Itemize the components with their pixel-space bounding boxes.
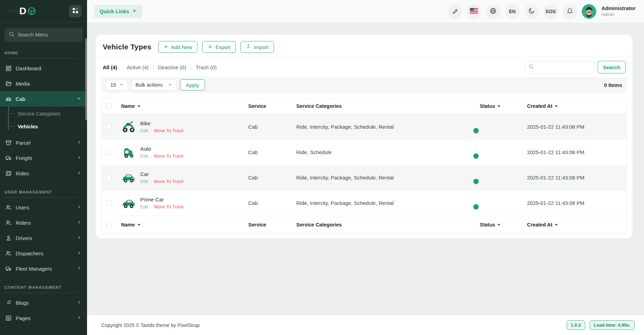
- chevron-down-icon: [77, 96, 81, 102]
- sidebar-item-freight[interactable]: Freight: [0, 150, 87, 166]
- sort-desc-icon: [497, 224, 500, 226]
- table-search-box[interactable]: [525, 61, 594, 73]
- created-cell: 2025-01-22 11:43:08 PM: [527, 175, 622, 181]
- search-button[interactable]: Search: [598, 61, 626, 73]
- sidebar-item-blogs[interactable]: Blogs: [0, 295, 87, 310]
- name-cell: Bike Edit Move To Trash: [121, 120, 248, 134]
- vehicle-name: Prime Car: [140, 197, 183, 202]
- sidebar-toggle-button[interactable]: [69, 5, 81, 17]
- select-all-checkbox[interactable]: [106, 222, 112, 228]
- user-avatar[interactable]: [582, 4, 596, 19]
- dashboard-icon: [5, 65, 12, 72]
- sidebar-item-cab[interactable]: Cab: [0, 91, 87, 106]
- column-footer-service: Service: [248, 222, 296, 228]
- move-to-trash-link[interactable]: Move To Trash: [154, 179, 183, 184]
- language-button[interactable]: EN: [505, 4, 520, 19]
- row-checkbox[interactable]: [106, 124, 112, 130]
- add-new-button[interactable]: Add New: [158, 41, 197, 53]
- tab-deactive[interactable]: Deactive (0): [154, 64, 191, 70]
- users-icon: [5, 204, 12, 211]
- export-button[interactable]: Export: [202, 41, 236, 53]
- bulk-toolbar: 15 Bulk actions Apply 0 Items: [101, 77, 627, 93]
- row-actions: Edit Move To Trash: [140, 204, 183, 209]
- select-all-checkbox[interactable]: [106, 103, 112, 109]
- move-to-trash-link[interactable]: Move To Trash: [154, 128, 183, 133]
- sidebar-item-rides[interactable]: Rides: [0, 166, 87, 181]
- moon-icon: [528, 7, 535, 15]
- card-header: Vehicle Types Add New Export Import: [101, 35, 627, 57]
- sidebar-item-media[interactable]: Media: [0, 76, 87, 91]
- sidebar-item-service-categories[interactable]: Service Categories: [0, 107, 87, 120]
- action-separator: [151, 154, 151, 158]
- move-to-trash-link[interactable]: Move To Trash: [154, 204, 183, 209]
- column-footer-name[interactable]: Name: [121, 222, 248, 228]
- sidebar-item-label: Dispatchers: [16, 250, 73, 256]
- sidebar-item-riders[interactable]: Riders: [0, 215, 87, 230]
- table-search-input[interactable]: [537, 64, 590, 70]
- column-header-name[interactable]: Name: [121, 103, 248, 109]
- sidebar-item-label: Dashboard: [16, 65, 81, 71]
- per-page-value: 15: [110, 82, 116, 88]
- chevron-down-icon: [168, 82, 172, 88]
- sidebar-item-dashboard[interactable]: Dashboard: [0, 61, 87, 76]
- bulk-toolbar-left: 15 Bulk actions Apply: [106, 79, 205, 90]
- import-button[interactable]: Import: [241, 41, 274, 53]
- user-meta[interactable]: Administrator Admin: [602, 5, 636, 17]
- sidebar-item-label: Parcel: [16, 140, 73, 146]
- edit-link[interactable]: Edit: [140, 153, 148, 159]
- quick-links-button[interactable]: Quick Links: [94, 5, 142, 18]
- table-row-prime-car: Prime Car Edit Move To Trash Cab Ride, I…: [102, 190, 627, 216]
- load-time-badge: Load time: 4.95s.: [590, 320, 635, 330]
- sidebar-item-parcel[interactable]: Parcel: [0, 135, 87, 150]
- steering-wheel-icon: [27, 7, 36, 16]
- edit-link[interactable]: Edit: [140, 204, 148, 209]
- brand-logo[interactable]: TAXID: [7, 6, 36, 17]
- row-checkbox[interactable]: [106, 175, 112, 181]
- globe-button[interactable]: [486, 4, 501, 19]
- tab-trash[interactable]: Trash (0): [191, 64, 221, 70]
- footer-badges: 1.0.3 Load time: 4.95s.: [567, 320, 635, 330]
- notifications-button[interactable]: [563, 4, 577, 19]
- sos-label: SOS: [545, 9, 556, 14]
- section-title-content-management: CONTENT MANAGEMENT: [5, 285, 77, 293]
- submenu-rail: [8, 106, 9, 130]
- row-actions: Edit Move To Trash: [140, 179, 183, 184]
- edit-link[interactable]: Edit: [140, 179, 148, 184]
- sidebar-search-input[interactable]: [18, 32, 78, 38]
- sidebar-search[interactable]: [5, 28, 83, 42]
- tab-all[interactable]: All (4): [103, 64, 122, 70]
- sidebar-scrollbar[interactable]: [85, 38, 87, 120]
- column-header-status[interactable]: Status: [480, 103, 527, 109]
- sidebar-item-pages[interactable]: Pages: [0, 310, 87, 326]
- sidebar-item-fleet-managers[interactable]: Fleet Managers: [0, 261, 87, 276]
- page-title: Vehicle Types: [103, 43, 151, 51]
- apply-button[interactable]: Apply: [180, 79, 205, 90]
- table-header-row: Name Service Service Categories Status C…: [102, 98, 627, 114]
- section-title-home: HOME: [5, 51, 77, 58]
- chevron-down-icon: [119, 82, 124, 88]
- column-footer-status[interactable]: Status: [480, 222, 527, 228]
- column-header-created[interactable]: Created At: [527, 103, 622, 109]
- row-checkbox[interactable]: [106, 149, 112, 155]
- edit-link[interactable]: Edit: [140, 128, 148, 133]
- sidebar-item-label: Fleet Managers: [16, 266, 73, 272]
- move-to-trash-link[interactable]: Move To Trash: [154, 153, 183, 159]
- column-footer-created[interactable]: Created At: [527, 222, 622, 228]
- row-checkbox[interactable]: [106, 200, 112, 206]
- tab-active[interactable]: Active (4): [122, 64, 153, 70]
- status-tabs: All (4) Active (4) Deactive (0) Trash (0…: [103, 64, 221, 70]
- sos-button[interactable]: SOS: [543, 4, 558, 19]
- customizer-button[interactable]: [448, 4, 462, 19]
- country-flag-button[interactable]: [467, 4, 481, 19]
- logo-text-d: D: [19, 6, 26, 17]
- sidebar-item-users[interactable]: Users: [0, 200, 87, 215]
- bulk-actions-select[interactable]: Bulk actions: [131, 79, 176, 90]
- dark-mode-button[interactable]: [524, 4, 539, 19]
- plus-icon: [164, 44, 168, 50]
- sidebar-item-dispatchers[interactable]: Dispatchers: [0, 246, 87, 261]
- column-footer-categories: Service Categories: [296, 222, 480, 228]
- vehicle-name: Car: [140, 171, 183, 177]
- per-page-select[interactable]: 15: [106, 79, 128, 90]
- sidebar-item-drivers[interactable]: Drivers: [0, 230, 87, 246]
- sidebar-item-vehicles[interactable]: Vehicles: [0, 120, 87, 133]
